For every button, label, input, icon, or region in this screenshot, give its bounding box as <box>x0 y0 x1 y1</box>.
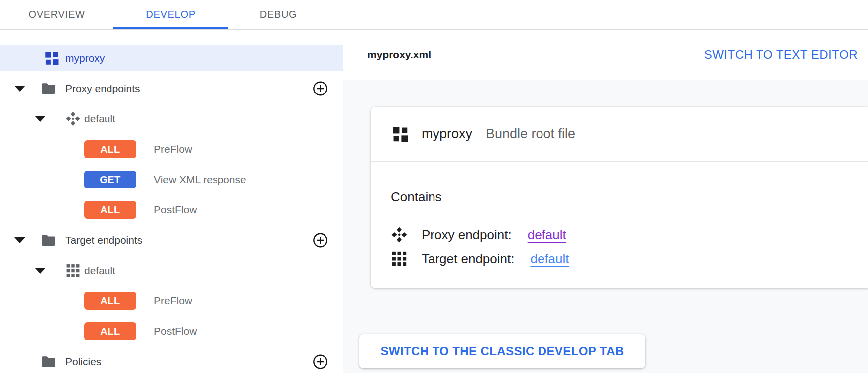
add-proxy-endpoints-button[interactable] <box>313 81 328 96</box>
contains-heading: Contains <box>391 189 848 205</box>
tab-bar: OVERVIEWDEVELOPDEBUG <box>0 0 868 30</box>
method-badge: ALL <box>84 201 136 219</box>
folder-icon[interactable] <box>41 356 56 368</box>
contains-row-proxy-endpoint: Proxy endpoint:default <box>391 225 848 245</box>
tree-item-label: PostFlow <box>154 325 197 337</box>
caret-down-icon[interactable] <box>34 115 46 122</box>
tree-item-myproxy[interactable]: myproxy <box>0 45 343 71</box>
switch-to-text-editor-button[interactable]: SWITCH TO TEXT EDITOR <box>704 48 858 62</box>
proxy-endpoint-icon[interactable] <box>65 111 81 127</box>
caret-down-icon[interactable] <box>14 85 26 92</box>
tree-item-label: myproxy <box>65 52 105 64</box>
tree-item-default[interactable]: default <box>0 258 343 283</box>
caret-down-icon[interactable] <box>14 237 26 244</box>
tree-item-label: Target endpoints <box>65 234 142 246</box>
contains-row-target-endpoint: Target endpoint:default <box>391 249 848 269</box>
tree-item-target-endpoints[interactable]: Target endpoints <box>0 227 343 253</box>
editor-header: myproxy.xml SWITCH TO TEXT EDITOR <box>343 30 868 80</box>
contains-row-label: Target endpoint: <box>422 251 514 267</box>
tree-item-policies[interactable]: Policies <box>0 349 343 373</box>
method-badge: ALL <box>84 292 136 310</box>
bundle-card-body: Contains Proxy endpoint:defaultTarget en… <box>371 162 868 269</box>
bundle-summary-card: myproxy Bundle root file Contains Proxy … <box>371 107 868 288</box>
tab-overview[interactable]: OVERVIEW <box>0 0 113 29</box>
tree-item-label: default <box>84 113 115 125</box>
active-tab-underline <box>113 27 228 29</box>
method-badge: ALL <box>84 322 136 340</box>
target-endpoint-icon[interactable] <box>65 263 81 279</box>
tree-item-label: PostFlow <box>154 204 197 216</box>
tab-debug[interactable]: DEBUG <box>228 0 328 29</box>
apigee-develop-page: OVERVIEWDEVELOPDEBUG myproxyProxy endpoi… <box>0 0 868 373</box>
tree-item-label: Policies <box>65 356 101 368</box>
bundle-icon[interactable] <box>43 50 60 67</box>
tree-item-all-postflow[interactable]: ALLPostFlow <box>0 197 343 223</box>
add-target-endpoints-button[interactable] <box>313 233 328 248</box>
page-body: myproxyProxy endpointsdefaultALLPreFlowG… <box>0 30 868 373</box>
tree-item-get-view-xml-response[interactable]: GETView XML response <box>0 167 343 192</box>
tree-item-all-preflow[interactable]: ALLPreFlow <box>0 288 343 314</box>
tree-item-label: PreFlow <box>154 143 192 155</box>
add-policies-button[interactable] <box>313 354 328 370</box>
editor-panel: myproxy.xml SWITCH TO TEXT EDITOR myprox… <box>343 30 868 373</box>
tree-item-label: default <box>84 265 115 277</box>
proxy-endpoint-icon[interactable] <box>391 226 408 243</box>
tree-item-label: View XML response <box>154 174 246 186</box>
proxy-tree-sidebar: myproxyProxy endpointsdefaultALLPreFlowG… <box>0 30 343 373</box>
bundle-card-header: myproxy Bundle root file <box>371 107 868 162</box>
tree-item-default[interactable]: default <box>0 106 343 132</box>
tree-item-all-postflow[interactable]: ALLPostFlow <box>0 318 343 344</box>
tree-item-label: Proxy endpoints <box>65 83 140 94</box>
tab-develop[interactable]: DEVELOP <box>113 0 228 29</box>
bundle-icon <box>391 125 410 144</box>
bundle-title: myproxy <box>422 126 472 142</box>
method-badge: ALL <box>84 140 136 158</box>
editor-content: myproxy Bundle root file Contains Proxy … <box>343 80 868 373</box>
bundle-subtitle: Bundle root file <box>486 126 575 142</box>
folder-icon[interactable] <box>41 234 56 247</box>
folder-icon[interactable] <box>41 83 56 95</box>
caret-down-icon[interactable] <box>34 267 46 274</box>
file-title: myproxy.xml <box>367 49 431 61</box>
tree-item-label: PreFlow <box>154 295 192 307</box>
method-badge: GET <box>84 171 136 188</box>
target-endpoint-icon[interactable] <box>391 250 408 267</box>
contains-row-label: Proxy endpoint: <box>422 227 512 243</box>
contains-list: Proxy endpoint:defaultTarget endpoint:de… <box>391 225 848 269</box>
target-endpoint-default-link[interactable]: default <box>530 251 569 267</box>
proxy-endpoint-default-link[interactable]: default <box>528 227 566 243</box>
tree-item-all-preflow[interactable]: ALLPreFlow <box>0 136 343 162</box>
switch-to-classic-develop-tab-button[interactable]: SWITCH TO THE CLASSIC DEVELOP TAB <box>359 334 645 368</box>
tree-item-proxy-endpoints[interactable]: Proxy endpoints <box>0 76 343 101</box>
